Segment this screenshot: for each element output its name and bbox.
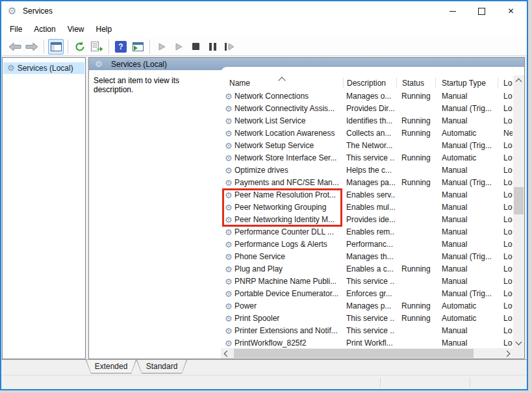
table-row[interactable]: ⚙ Payments and NFC/SE Man... Manages pa.… bbox=[221, 177, 513, 189]
column-header-status[interactable]: Status bbox=[402, 75, 435, 90]
column-divider[interactable] bbox=[343, 77, 344, 88]
horizontal-scrollbar-thumb[interactable] bbox=[234, 349, 474, 358]
console-tree-icon bbox=[51, 42, 62, 51]
service-startup-type: Automatic bbox=[442, 152, 497, 164]
service-log-on-as: Loc bbox=[503, 164, 513, 177]
close-icon: ✕ bbox=[507, 7, 514, 15]
service-gear-icon: ⚙ bbox=[225, 90, 234, 103]
column-divider[interactable] bbox=[396, 77, 397, 88]
table-row[interactable]: ⚙ Optimize drives Helps the c... Manual … bbox=[221, 164, 513, 177]
column-header-name[interactable]: Name bbox=[229, 75, 340, 90]
tab-extended[interactable]: Extended bbox=[86, 360, 136, 374]
table-row[interactable]: ⚙ Performance Logs & Alerts Performanc..… bbox=[221, 238, 513, 251]
service-name: Performance Logs & Alerts bbox=[234, 238, 342, 251]
service-startup-type: Automatic bbox=[442, 312, 497, 325]
table-row[interactable]: ⚙ Print Spooler This service ... Running… bbox=[221, 312, 513, 325]
menu-action[interactable]: Action bbox=[34, 25, 55, 34]
minimize-icon bbox=[450, 11, 456, 12]
table-row[interactable]: ⚙ Power Manages p... Running Automatic L… bbox=[221, 300, 513, 312]
table-row[interactable]: ⚙ Network Setup Service The Networ... Ma… bbox=[221, 140, 513, 152]
vertical-scrollbar-thumb[interactable] bbox=[514, 187, 524, 214]
service-description: Enables a c... bbox=[346, 263, 395, 275]
column-header-description[interactable]: Description bbox=[347, 75, 395, 90]
services-window: ⚙ Services ✕ File Action View Help bbox=[0, 0, 528, 390]
horizontal-scrollbar[interactable] bbox=[221, 348, 513, 359]
menu-view[interactable]: View bbox=[68, 25, 84, 34]
export-list-button[interactable] bbox=[89, 39, 105, 55]
service-description: Manages th... bbox=[346, 251, 395, 263]
show-action-pane-button[interactable] bbox=[130, 39, 146, 55]
action-pane-icon bbox=[133, 42, 144, 51]
vertical-scrollbar[interactable] bbox=[513, 75, 524, 348]
restart-service-button[interactable] bbox=[222, 39, 237, 55]
service-name: Network Connections bbox=[234, 90, 342, 103]
table-row[interactable]: ⚙ Network Location Awareness Collects an… bbox=[221, 127, 513, 140]
menu-file[interactable]: File bbox=[10, 25, 22, 34]
column-header-log-on-as[interactable]: Log bbox=[503, 75, 513, 90]
service-log-on-as: Loc bbox=[503, 140, 513, 152]
scroll-left-button[interactable] bbox=[221, 348, 231, 359]
service-startup-type: Manual (Trig... bbox=[442, 288, 497, 300]
minimize-button[interactable] bbox=[438, 1, 467, 21]
chevron-right-icon bbox=[504, 350, 511, 357]
service-status bbox=[401, 226, 435, 238]
service-description: Enforces gr... bbox=[346, 288, 395, 300]
table-row[interactable]: ⚙ Network Connectivity Assis... Provides… bbox=[221, 103, 513, 115]
back-button[interactable] bbox=[7, 39, 23, 55]
service-startup-type: Manual (Trig... bbox=[442, 251, 497, 263]
service-startup-type: Automatic bbox=[442, 300, 497, 312]
maximize-icon bbox=[478, 8, 485, 15]
column-divider[interactable] bbox=[435, 77, 436, 88]
table-row[interactable]: ⚙ Performance Counter DLL ... Enables re… bbox=[221, 226, 513, 238]
service-startup-type: Manual (Trig... bbox=[442, 140, 497, 152]
service-startup-type: Manual bbox=[442, 189, 497, 201]
title-bar[interactable]: ⚙ Services ✕ bbox=[1, 1, 527, 21]
start-service-button[interactable] bbox=[154, 39, 170, 55]
show-console-tree-button[interactable] bbox=[48, 39, 64, 55]
toolbar-separator bbox=[108, 40, 109, 54]
play-icon bbox=[175, 43, 183, 51]
pause-service-button[interactable] bbox=[205, 39, 220, 55]
scroll-down-button[interactable] bbox=[513, 338, 524, 348]
service-startup-type: Manual (Trig... bbox=[442, 177, 497, 189]
maximize-button[interactable] bbox=[467, 1, 496, 21]
status-bar bbox=[1, 375, 527, 389]
help-button[interactable]: ? bbox=[113, 39, 129, 55]
service-log-on-as: Loc bbox=[503, 288, 513, 300]
table-row[interactable]: ⚙ PNRP Machine Name Publi... This servic… bbox=[221, 275, 513, 288]
resume-service-button[interactable] bbox=[171, 39, 186, 55]
table-row[interactable]: ⚙ Network Connections Manages o... Runni… bbox=[221, 90, 513, 103]
service-description: Provides Dir... bbox=[346, 103, 395, 115]
close-button[interactable]: ✕ bbox=[496, 1, 526, 21]
column-header-startup-type[interactable]: Startup Type bbox=[442, 75, 496, 90]
menu-help[interactable]: Help bbox=[96, 25, 112, 34]
table-row[interactable]: ⚙ Phone Service Manages th... Manual (Tr… bbox=[221, 251, 513, 263]
service-name: Portable Device Enumerator... bbox=[234, 288, 342, 300]
table-row[interactable]: ⚙ Printer Extensions and Notif... This s… bbox=[221, 325, 513, 337]
services-pane: ⚙ Services (Local) Select an item to vie… bbox=[88, 57, 525, 359]
status-bar-divider bbox=[470, 377, 470, 387]
tab-standard[interactable]: Standard bbox=[136, 360, 187, 374]
scroll-right-button[interactable] bbox=[503, 348, 513, 359]
forward-button[interactable] bbox=[24, 39, 40, 55]
service-startup-type: Manual (Trig... bbox=[442, 103, 497, 115]
stop-service-button[interactable] bbox=[188, 39, 203, 55]
table-row[interactable]: ⚙ Plug and Play Enables a c... Running M… bbox=[221, 263, 513, 275]
service-description: Provides ide... bbox=[346, 214, 395, 226]
services-app-icon: ⚙ bbox=[8, 5, 16, 17]
forward-arrow-icon bbox=[25, 42, 38, 51]
scroll-up-button[interactable] bbox=[513, 75, 524, 86]
tree-item-label: Services (Local) bbox=[18, 64, 73, 73]
column-divider[interactable] bbox=[498, 77, 498, 88]
service-status bbox=[401, 189, 435, 201]
table-row[interactable]: ⚙ Portable Device Enumerator... Enforces… bbox=[221, 288, 513, 300]
tree-item-services-local[interactable]: ⚙ Services (Local) bbox=[3, 62, 84, 74]
service-gear-icon: ⚙ bbox=[225, 115, 234, 127]
service-startup-type: Manual bbox=[442, 115, 497, 127]
refresh-button[interactable] bbox=[72, 39, 88, 55]
service-status: Running bbox=[401, 312, 435, 325]
stop-icon bbox=[192, 43, 199, 50]
service-startup-type: Manual bbox=[442, 263, 497, 275]
table-row[interactable]: ⚙ Network List Service Identifies th... … bbox=[221, 115, 513, 127]
table-row[interactable]: ⚙ Network Store Interface Ser... This se… bbox=[221, 152, 513, 164]
